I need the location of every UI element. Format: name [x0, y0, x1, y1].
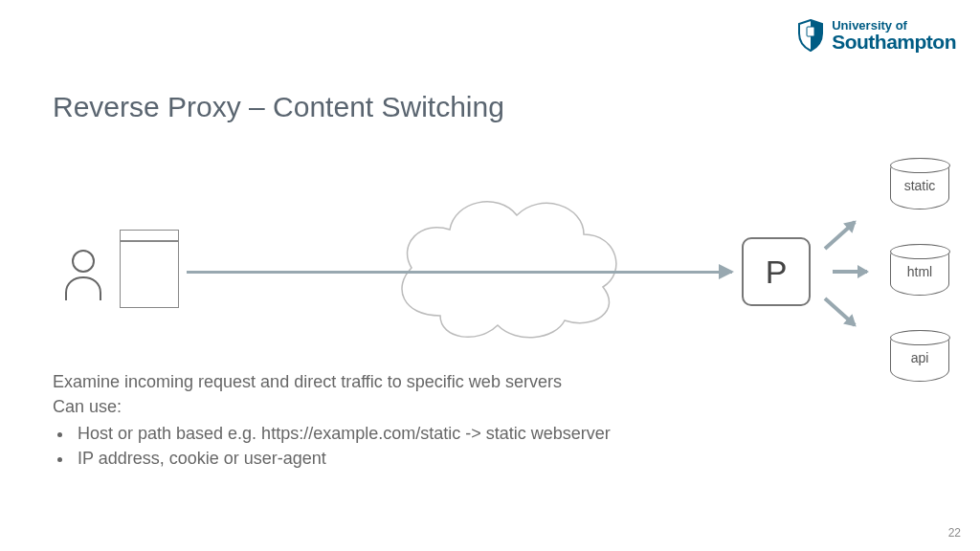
server-static: static [890, 158, 949, 209]
description-text: Examine incoming request and direct traf… [53, 369, 611, 471]
user-icon [62, 249, 104, 301]
proxy-node: P [742, 237, 811, 306]
server-api: api [890, 330, 949, 382]
cloud-icon [383, 182, 632, 349]
request-arrow [187, 271, 732, 274]
arrow-to-api [824, 298, 857, 327]
proxy-label: P [766, 253, 788, 291]
logo-line2: Southampton [832, 32, 956, 52]
desc-line1: Examine incoming request and direct traf… [53, 369, 611, 394]
server-html-label: html [907, 260, 932, 279]
arrow-to-static [824, 220, 857, 250]
arrow-to-html [833, 270, 867, 274]
desc-bullet2: IP address, cookie or user-agent [74, 446, 611, 471]
server-static-label: static [904, 174, 936, 193]
slide-title: Reverse Proxy – Content Switching [53, 91, 504, 123]
browser-icon [120, 230, 179, 308]
desc-line2: Can use: [53, 394, 611, 419]
shield-icon [797, 19, 824, 52]
desc-bullet1: Host or path based e.g. https://example.… [74, 421, 611, 446]
svg-rect-0 [807, 27, 814, 36]
server-html: html [890, 244, 949, 296]
university-logo: University of Southampton [797, 19, 956, 52]
svg-point-1 [73, 251, 94, 272]
page-number: 22 [948, 526, 961, 540]
logo-text: University of Southampton [832, 19, 956, 52]
server-api-label: api [911, 346, 929, 365]
